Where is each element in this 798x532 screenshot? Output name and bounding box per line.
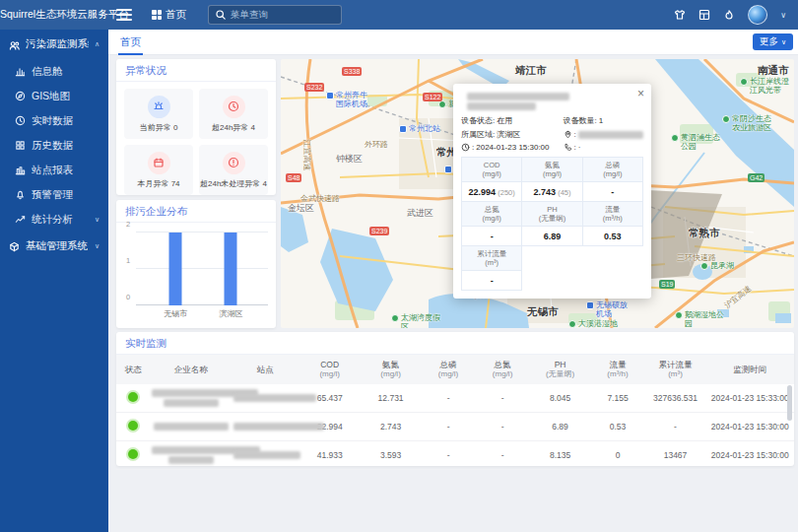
- device-status-label: 设备状态:: [461, 115, 495, 126]
- sidebar-item-历史数据[interactable]: 历史数据: [0, 133, 108, 158]
- location-icon: [564, 130, 572, 139]
- stat-card-label: 超24h异常 4: [212, 122, 255, 133]
- chevron-down-icon: ∨: [95, 242, 100, 250]
- sidebar-item-label: 实时数据: [32, 114, 73, 128]
- region-label: 所属区域:: [461, 129, 495, 140]
- dashboard-icon: [15, 66, 26, 77]
- flame-icon[interactable]: [723, 9, 735, 21]
- value-cell: 13467: [645, 441, 706, 470]
- chart-panel-title: 排污企业分布: [116, 200, 276, 223]
- tab-home[interactable]: 首页: [118, 30, 143, 55]
- sidebar-item-GIS地图[interactable]: GIS地图: [0, 84, 108, 108]
- value-cell: -: [422, 413, 476, 441]
- column-header-累计流量: 累计流量(m³): [645, 355, 706, 384]
- avatar[interactable]: [748, 5, 767, 25]
- map-label-大溪港湿地公园: 大溪港湿地公园: [568, 319, 624, 328]
- sidebar-item-label: 预警管理: [32, 188, 73, 202]
- sidebar-section-0[interactable]: 污染源监测系统∧: [0, 30, 108, 59]
- theme-icon[interactable]: [674, 9, 686, 21]
- y-tick-label: 1: [126, 256, 130, 265]
- map-label-武进区: 武进区: [407, 207, 433, 220]
- company-cell-redacted: [150, 413, 232, 441]
- stat-card-label: 当前异常 0: [140, 122, 178, 133]
- device-count-label: 设备数量:: [564, 115, 597, 126]
- map-label-钟楼区: 钟楼区: [336, 153, 363, 166]
- metric-name: PH(无量纲): [522, 202, 582, 227]
- metric-value: -: [582, 182, 642, 202]
- close-icon[interactable]: ×: [637, 88, 644, 100]
- metric-name: 累计流量(m³): [462, 246, 522, 271]
- map-label-常熟市: 常熟市: [689, 227, 720, 240]
- grid-icon: [15, 140, 26, 151]
- empty-cell: [522, 246, 643, 291]
- value-cell: 0.53: [591, 413, 645, 441]
- sidebar-item-预警管理[interactable]: 预警管理: [0, 182, 108, 207]
- redacted-text: [164, 399, 219, 407]
- map-label-长江岸线澄江风光带: 长江岸线澄江风光带: [740, 77, 794, 95]
- stat-card[interactable]: 当前异常 0: [124, 89, 193, 139]
- sidebar-item-信息舱[interactable]: 信息舱: [0, 59, 108, 84]
- sidebar-item-label: 历史数据: [32, 139, 73, 153]
- map-label-金武快速路: 金武快速路: [300, 193, 340, 204]
- alert-icon: [223, 152, 245, 174]
- popup-time-value: 2024-01-23 15:30:00: [476, 143, 549, 152]
- menu-search-input[interactable]: 菜单查询: [208, 5, 342, 25]
- park-poi-icon: [391, 314, 399, 322]
- stat-card[interactable]: 超24h异常 4: [199, 89, 268, 139]
- sidebar-item-实时数据[interactable]: 实时数据: [0, 108, 108, 133]
- column-header-流量: 流量(m³/h): [591, 355, 645, 384]
- column-header-企业名称: 企业名称: [150, 355, 232, 384]
- status-cell: [116, 413, 150, 441]
- table-row[interactable]: 41.9333.593--8.1350134672024-01-23 15:30…: [116, 441, 794, 470]
- stat-card-label: 本月异常 74: [137, 178, 179, 189]
- redacted-text: [233, 451, 300, 459]
- column-header-总氮: 总氮(mg/l): [476, 355, 530, 384]
- map[interactable]: 靖江市南通市常州市无锡市常熟市钟楼区武进区金坛区滨湖区外环路金武快速路三环快速路…: [281, 59, 794, 328]
- table-scrollbar[interactable]: [787, 385, 792, 421]
- metric-value: -: [462, 271, 522, 291]
- sidebar-item-label: GIS地图: [32, 90, 70, 103]
- more-button[interactable]: 更多 ∨: [753, 33, 793, 50]
- phone-icon: [564, 143, 572, 152]
- value-cell: 6.89: [530, 413, 591, 441]
- more-button-label: 更多: [760, 35, 778, 48]
- sidebar: 污染源监测系统∧信息舱GIS地图实时数据历史数据站点报表预警管理统计分析∨基础管…: [0, 30, 108, 532]
- sidebar-section-1[interactable]: 基础管理系统∨: [0, 232, 108, 261]
- redacted-text: [168, 456, 214, 464]
- metric-value: 6.89: [522, 227, 582, 246]
- value-cell: 2.743: [361, 413, 422, 441]
- caret-down-icon: ∨: [781, 38, 786, 46]
- abnormal-status-panel: 异常状况 当前异常 0超24h异常 4本月异常 74超24h未处理异常 4: [116, 59, 276, 195]
- popup-title-redacted-line: [467, 102, 536, 110]
- layout-icon[interactable]: [698, 9, 710, 21]
- sidebar-item-统计分析[interactable]: 统计分析∨: [0, 207, 108, 232]
- value-cell: 327636.531: [645, 384, 706, 413]
- stat-card[interactable]: 超24h未处理异常 4: [199, 145, 268, 195]
- value-cell: 41.933: [299, 441, 361, 470]
- station-info-popup: × 设备状态:在用 设备数量:1 所属区域:滨湖区 : :2024-01-23 …: [453, 84, 651, 299]
- value-cell: 8.045: [530, 384, 591, 413]
- metric-name: 总磷(mg/l): [582, 158, 642, 182]
- topbar-home-link[interactable]: 首页: [152, 8, 186, 22]
- device-status-value: 在用: [497, 115, 512, 126]
- caret-down-icon[interactable]: ∨: [780, 11, 786, 20]
- status-dot-online: [128, 392, 138, 402]
- chevron-down-icon: ∨: [95, 216, 100, 224]
- menu-toggle-icon[interactable]: [116, 9, 132, 21]
- stat-card[interactable]: 本月异常 74: [124, 145, 193, 195]
- sidebar-item-站点报表[interactable]: 站点报表: [0, 158, 108, 182]
- y-tick-label: 0: [126, 293, 130, 301]
- park-poi-icon: [671, 134, 679, 142]
- time-cell: 2024-01-23 15:30:00: [705, 413, 794, 441]
- users-icon: [9, 39, 20, 50]
- table-row[interactable]: 22.9942.743--6.890.53-2024-01-23 15:30:0…: [116, 413, 794, 441]
- status-dot-online: [128, 449, 138, 459]
- table-row[interactable]: 65.43712.731--8.0457.155327636.5312024-0…: [116, 384, 794, 413]
- value-cell: 7.155: [591, 384, 645, 413]
- road-shield: S122: [423, 93, 442, 101]
- time-cell: 2024-01-23 15:30:00: [705, 441, 794, 470]
- metric-name: COD(mg/l): [462, 158, 522, 182]
- trend-icon: [15, 214, 26, 225]
- map-label-无锡硕放机场: 无锡硕放机场: [586, 300, 633, 318]
- status-dot-online: [128, 421, 138, 431]
